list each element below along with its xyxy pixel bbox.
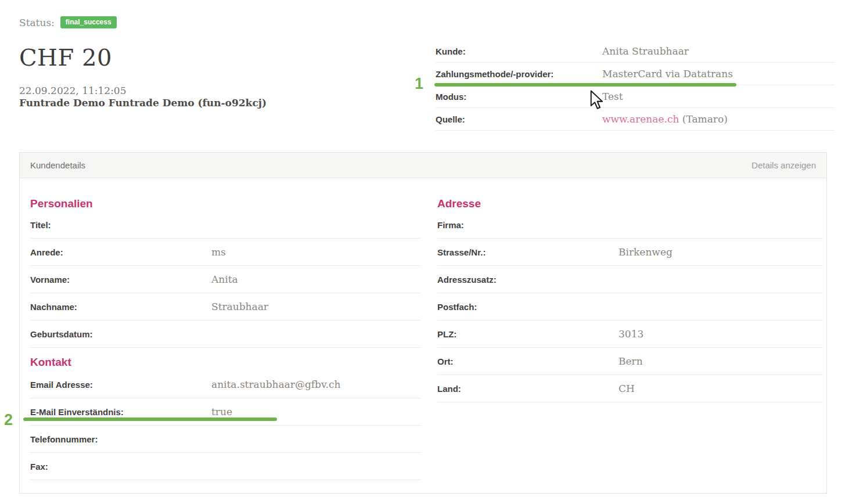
detail-row: Telefonnummer: [30, 426, 420, 453]
summary-row-value: Anita Straubhaar [602, 45, 689, 57]
detail-row: Email Adresse:anita.straubhaar@gfbv.ch [30, 371, 420, 398]
detail-row-label: Land: [437, 384, 619, 394]
section-rows: Firma:Strasse/Nr.:BirkenwegAdresszusatz:… [437, 211, 822, 402]
detail-row-value: Straubhaar [211, 301, 268, 312]
section-heading: Personalien [30, 196, 420, 211]
detail-row: PLZ:3013 [437, 321, 822, 348]
detail-row-value: true [211, 406, 232, 417]
detail-row: Land:CH [437, 375, 822, 402]
detail-row-label: Titel: [30, 220, 211, 230]
summary-row: Kunde:Anita Straubhaar [436, 40, 835, 63]
annotation-underline-1 [434, 83, 736, 87]
detail-row-value: ms [211, 246, 226, 258]
detail-row-label: Nachname: [30, 302, 211, 312]
detail-row: E-Mail Einverständnis:true [30, 398, 420, 426]
detail-row-value: CH [619, 383, 635, 394]
annotation-marker-1: 1 [415, 76, 423, 92]
detail-row-label: Vorname: [30, 275, 211, 285]
detail-row: Anrede:ms [30, 239, 420, 266]
panel-body: PersonalienTitel:Anrede:msVorname:AnitaN… [20, 178, 826, 494]
detail-row: Nachname:Straubhaar [30, 293, 420, 321]
detail-row-label: Adresszusatz: [437, 275, 619, 285]
merchant-name: Funtrade Demo Funtrade Demo (fun-o92kcj) [19, 97, 267, 109]
detail-section: PersonalienTitel:Anrede:msVorname:AnitaN… [30, 196, 420, 348]
address-column: AdresseFirma:Strasse/Nr.:BirkenwegAdress… [437, 178, 822, 402]
summary-row-value: MasterCard via Datatrans [602, 68, 733, 80]
section-rows: Email Adresse:anita.straubhaar@gfbv.chE-… [30, 371, 420, 480]
customer-details-panel: Kundendetails Details anzeigen Personali… [19, 152, 827, 494]
detail-row-label: Anrede: [30, 247, 211, 257]
summary-row-value: Test [602, 91, 623, 102]
transaction-datetime: 22.09.2022, 11:12:05 [19, 85, 127, 96]
summary-row-label: Modus: [436, 92, 602, 102]
detail-row-label: Telefonnummer: [30, 434, 211, 444]
detail-row: Firma: [437, 211, 822, 239]
detail-row-value: 3013 [619, 328, 643, 340]
detail-row-label: PLZ: [437, 329, 619, 339]
detail-row-label: Fax: [30, 462, 211, 471]
status-label: Status: [19, 17, 55, 28]
detail-row-label: Ort: [437, 357, 619, 366]
detail-row-value: anita.straubhaar@gfbv.ch [211, 379, 340, 390]
show-details-link[interactable]: Details anzeigen [751, 160, 816, 170]
status-badge: final_success [60, 16, 117, 28]
amount-title: CHF 20 [19, 44, 112, 71]
section-rows: Titel:Anrede:msVorname:AnitaNachname:Str… [30, 211, 420, 348]
section-heading: Kontakt [30, 355, 420, 370]
summary-row-value: www.arenae.ch (Tamaro) [602, 113, 728, 125]
detail-row-label: Geburtsdatum: [30, 329, 211, 339]
detail-row: Strasse/Nr.:Birkenweg [437, 239, 822, 266]
detail-row: Fax: [30, 453, 420, 480]
detail-row-value: Bern [619, 355, 643, 367]
section-heading: Adresse [437, 196, 822, 211]
summary-row-label: Kunde: [436, 46, 602, 56]
detail-row: Geburtsdatum: [30, 321, 420, 348]
annotation-underline-2 [23, 417, 277, 421]
detail-row-value: Anita [211, 273, 238, 285]
summary-row-label: Quelle: [436, 114, 602, 124]
detail-row: Titel: [30, 211, 420, 239]
summary-row-label: Zahlungsmethode/-provider: [436, 69, 602, 79]
detail-row: Adresszusatz: [437, 266, 822, 293]
summary-row: Modus:Test [436, 85, 835, 108]
detail-row-label: E-Mail Einverständnis: [30, 407, 211, 417]
summary-row: Quelle:www.arenae.ch (Tamaro) [436, 108, 835, 131]
detail-row: Vorname:Anita [30, 266, 420, 293]
panel-title: Kundendetails [30, 160, 85, 170]
detail-row-label: Postfach: [437, 302, 619, 312]
annotation-marker-2: 2 [4, 412, 13, 428]
detail-row: Ort:Bern [437, 348, 822, 375]
detail-row-value: Birkenweg [619, 246, 673, 258]
detail-row-label: Email Adresse: [30, 380, 211, 390]
mouse-cursor-icon [589, 90, 604, 110]
detail-row: Postfach: [437, 293, 822, 321]
personal-column: PersonalienTitel:Anrede:msVorname:AnitaN… [30, 178, 420, 480]
source-suffix: (Tamaro) [679, 113, 727, 125]
summary-row: Zahlungsmethode/-provider:MasterCard via… [436, 63, 835, 85]
detail-row-label: Firma: [437, 220, 619, 230]
detail-row-label: Strasse/Nr.: [437, 247, 619, 257]
payment-detail-page: Status: final_success CHF 20 22.09.2022,… [0, 0, 845, 504]
status-row: Status: final_success [19, 16, 117, 28]
detail-section: AdresseFirma:Strasse/Nr.:BirkenwegAdress… [437, 196, 822, 402]
panel-header: Kundendetails Details anzeigen [20, 153, 826, 178]
source-link[interactable]: www.arenae.ch [602, 113, 679, 125]
